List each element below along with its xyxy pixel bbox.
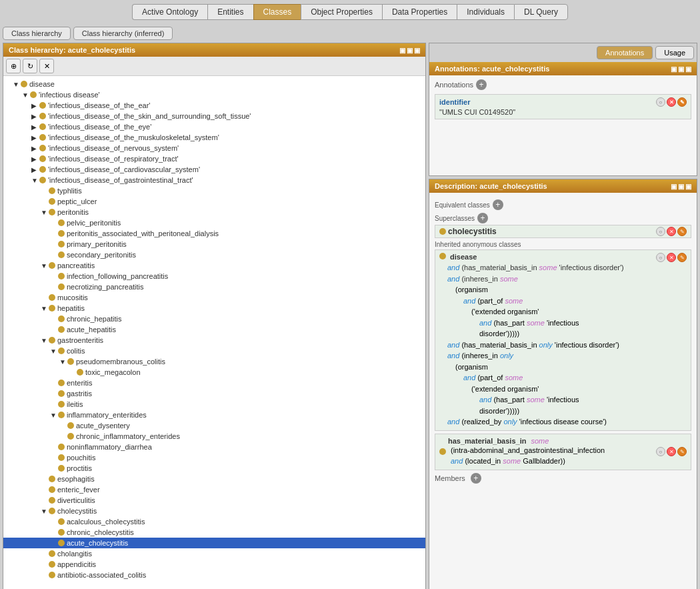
menu-tab-data-properties[interactable]: Data Properties xyxy=(382,4,457,20)
annotation-circle-btn[interactable]: ○ xyxy=(656,97,665,107)
tree-dot xyxy=(58,241,65,247)
left-panel-title: Class hierarchy: acute_cholecystitis ▣ ▣… xyxy=(3,43,425,57)
tree-item[interactable]: ▼pseudomembranous_colitis xyxy=(3,356,425,367)
menu-tab-dl-query[interactable]: DL Query xyxy=(514,4,568,20)
annotation-delete-btn[interactable]: ✕ xyxy=(667,97,676,107)
tree-item[interactable]: secondary_peritonitis xyxy=(3,249,425,260)
tree-item-label: 'infectious_disease_of_the_ear' xyxy=(48,101,150,109)
disease-block-btns: ○ ✕ ✎ xyxy=(656,253,687,262)
menu-tab-individuals[interactable]: Individuals xyxy=(457,4,514,20)
tree-item[interactable]: pouchitis xyxy=(3,452,425,463)
tree-item[interactable]: ▶'infectious_disease_of_cardiovascular_s… xyxy=(3,164,425,175)
tree-item[interactable]: appendicitis xyxy=(3,559,425,570)
tree-item[interactable]: acute_dysentery xyxy=(3,420,425,431)
d-edit-btn[interactable]: ✎ xyxy=(677,253,687,262)
tree-item[interactable]: noninflammatory_diarrhea xyxy=(3,442,425,452)
tree-item[interactable]: infection_following_pancreatitis xyxy=(3,271,425,281)
tree-item[interactable]: acute_hepatitis xyxy=(3,324,425,335)
tree-item-label: disease xyxy=(29,80,55,88)
add-superclass-btn[interactable]: + xyxy=(477,213,488,223)
tree-item[interactable]: acute_cholecystitis xyxy=(3,538,425,548)
tree-item[interactable]: ▼colitis xyxy=(3,346,425,356)
tree-dot xyxy=(39,155,46,162)
tree-item[interactable]: enteritis xyxy=(3,378,425,388)
tree-item[interactable]: ▼cholecystitis xyxy=(3,506,425,516)
d-delete-btn[interactable]: ✕ xyxy=(667,253,676,262)
tree-item[interactable]: ▼peritonitis xyxy=(3,207,425,217)
tree-item[interactable]: antibiotic-associated_colitis xyxy=(3,570,425,580)
tree-item[interactable]: enteric_fever xyxy=(3,484,425,495)
tree-item[interactable]: esophagitis xyxy=(3,474,425,484)
toolbar-btn-2[interactable]: ↻ xyxy=(23,59,37,73)
right-tab-usage[interactable]: Usage xyxy=(655,46,694,59)
tree-indent xyxy=(3,453,50,462)
menu-tab-entities[interactable]: Entities xyxy=(207,4,253,20)
tree-item[interactable]: peptic_ulcer xyxy=(3,196,425,207)
annotation-edit-btn[interactable]: ✎ xyxy=(677,97,687,107)
menu-tab-active-ontology[interactable]: Active Ontology xyxy=(132,4,207,20)
d-circle-btn[interactable]: ○ xyxy=(656,253,665,262)
tree-item-label: acute_hepatitis xyxy=(67,326,116,334)
tree-item[interactable]: acalculous_cholecystitis xyxy=(3,516,425,527)
sub-tab-class-hierarchy-(inferred)[interactable]: Class hierarchy (inferred) xyxy=(73,27,173,40)
tree-dot xyxy=(58,390,65,397)
tree-item[interactable]: chronic_inflammatory_enterides xyxy=(3,431,425,442)
hm-edit-btn[interactable]: ✎ xyxy=(677,447,687,456)
tree-item[interactable]: peritonitis_associated_with_peritoneal_d… xyxy=(3,228,425,239)
tree-item[interactable]: ▼hepatitis xyxy=(3,303,425,314)
menu-tab-classes[interactable]: Classes xyxy=(253,4,301,20)
tree-item[interactable]: ▼'infectious disease' xyxy=(3,89,425,100)
annotation-key-row: identifier ○ ✕ ✎ xyxy=(439,97,687,107)
add-annotation-btn[interactable]: + xyxy=(476,79,487,90)
tree-item[interactable]: ileitis xyxy=(3,399,425,410)
tree-item[interactable]: chronic_cholecystitis xyxy=(3,527,425,538)
menu-tab-object-properties[interactable]: Object Properties xyxy=(301,4,382,20)
tree-item[interactable]: proctitis xyxy=(3,463,425,474)
tree-item-label: antibiotic-associated_colitis xyxy=(57,571,146,579)
add-equiv-btn[interactable]: + xyxy=(493,199,503,210)
tree-arrow: ▼ xyxy=(22,91,30,99)
superclasses-label: Superclasses + xyxy=(435,213,691,223)
tree-item[interactable]: ▶'infectious_disease_of_the_eye' xyxy=(3,121,425,132)
tree-item[interactable]: ▶'infectious_disease_of_the_ear' xyxy=(3,100,425,111)
tree-item[interactable]: typhlitis xyxy=(3,185,425,196)
class-tree[interactable]: ▼disease ▼'infectious disease' ▶'infecti… xyxy=(3,76,425,589)
disease-block-content: and (has_material_basis_in some 'infecti… xyxy=(439,262,687,428)
add-member-btn[interactable]: + xyxy=(471,473,481,484)
tree-item[interactable]: chronic_hepatitis xyxy=(3,314,425,324)
tree-item[interactable]: ▶'infectious_disease_of_nervous_system' xyxy=(3,143,425,153)
tree-item[interactable]: mucositis xyxy=(3,292,425,303)
tree-item[interactable]: necrotizing_pancreatitis xyxy=(3,281,425,292)
tree-dot xyxy=(58,283,65,290)
tree-item[interactable]: diverticulitis xyxy=(3,495,425,506)
tree-item[interactable]: ▶'infectious_disease_of_the_muskuloskele… xyxy=(3,132,425,143)
right-tab-annotations[interactable]: Annotations xyxy=(597,46,653,59)
tree-dot xyxy=(49,209,55,215)
tree-indent xyxy=(3,325,50,334)
tree-item[interactable]: gastritis xyxy=(3,388,425,399)
hm-delete-btn[interactable]: ✕ xyxy=(667,447,676,456)
annotations-label: Annotations xyxy=(435,81,473,89)
toolbar-btn-3[interactable]: ✕ xyxy=(39,59,54,73)
toolbar-btn-1[interactable]: ⊕ xyxy=(6,59,21,73)
tree-item[interactable]: ▶'infectious_disease_of_the_skin_and_sur… xyxy=(3,111,425,121)
tree-item[interactable]: ▼pancreatitis xyxy=(3,260,425,271)
tree-item[interactable]: ▶'infectious_disease_of_respiratory_trac… xyxy=(3,153,425,164)
tree-dot xyxy=(49,187,55,194)
sc-circle-btn[interactable]: ○ xyxy=(656,227,665,236)
sub-tab-class-hierarchy[interactable]: Class hierarchy xyxy=(3,27,71,40)
tree-item[interactable]: primary_peritonitis xyxy=(3,239,425,249)
tree-item[interactable]: pelvic_peritonitis xyxy=(3,217,425,228)
tree-item[interactable]: ▼'infectious_disease_of_gastrointestinal… xyxy=(3,175,425,185)
sc-edit-btn[interactable]: ✎ xyxy=(677,227,687,236)
annotations-add-row: Annotations + xyxy=(435,79,691,90)
tree-item[interactable]: ▼gastroenteritis xyxy=(3,335,425,346)
sc-delete-btn[interactable]: ✕ xyxy=(667,227,676,236)
tree-item[interactable]: ▼disease xyxy=(3,79,425,89)
inherited-label: Inherited anonymous classes xyxy=(435,241,691,248)
tree-item[interactable]: toxic_megacolon xyxy=(3,367,425,378)
tree-item[interactable]: ▼inflammatory_enteritides xyxy=(3,410,425,420)
tree-item[interactable]: cholangitis xyxy=(3,548,425,559)
hm-circle-btn[interactable]: ○ xyxy=(656,447,665,456)
has-material-prop: has_material_basis_in xyxy=(448,437,526,445)
